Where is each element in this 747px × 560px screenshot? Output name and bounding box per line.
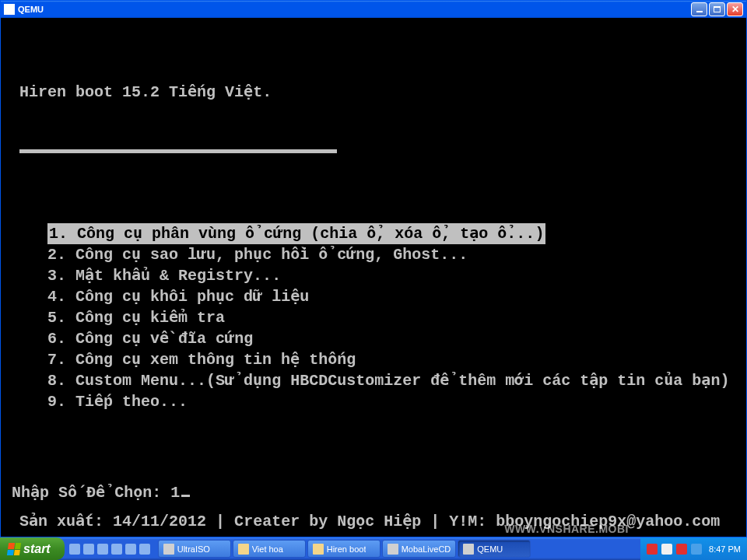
folder-icon (313, 544, 324, 555)
minimize-icon (696, 11, 703, 12)
start-button[interactable]: start (0, 537, 65, 560)
menu-item-8[interactable]: 8. Custom Menu...(Sử dụng HBCDCustomizer… (47, 370, 746, 391)
quick-launch-icon[interactable] (97, 544, 108, 555)
menu-item-7[interactable]: 7. Công cụ xem thông tin hệ thống (47, 349, 746, 370)
menu-item-6[interactable]: 6. Công cụ về đĩa cứng (47, 328, 746, 349)
taskbar-task[interactable]: Hiren boot (307, 540, 381, 558)
tray-icon[interactable] (647, 544, 658, 555)
quick-launch-icon[interactable] (139, 544, 150, 555)
menu-item-9[interactable]: 9. Tiếp theo... (47, 391, 746, 412)
start-label: start (23, 542, 51, 556)
task-label: QEMU (477, 544, 503, 554)
prompt-value: 1 (170, 484, 180, 502)
taskbar-tasks: UltraISOViet hoaHiren bootMobaLiveCDQEMU (155, 537, 640, 560)
task-label: MobaLiveCD (402, 544, 451, 554)
taskbar-task[interactable]: Viet hoa (233, 540, 306, 558)
folder-icon (238, 544, 249, 555)
qemu-window: QEMU ✕ Hiren boot 15.2 Tiếng Việt. 1. Cô… (0, 0, 747, 537)
minimize-button[interactable] (691, 2, 707, 16)
quick-launch-icon[interactable] (125, 544, 136, 555)
quick-launch-icon[interactable] (111, 544, 122, 555)
clock[interactable]: 8:47 PM (709, 544, 741, 554)
menu-item-3[interactable]: 3. Mật khẩu & Registry... (47, 265, 746, 286)
windows-logo-icon (7, 543, 21, 555)
titlebar[interactable]: QEMU ✕ (1, 1, 746, 18)
quick-launch-icon[interactable] (83, 544, 94, 555)
boot-footer: Sản xuất: 14/11/2012 | Creater by Ngọc H… (19, 511, 720, 532)
prompt-label: Nhập Số Để Chọn: (12, 484, 170, 502)
close-icon: ✕ (731, 5, 739, 14)
task-label: Hiren boot (327, 544, 366, 554)
title-underline (19, 149, 337, 153)
task-label: UltraISO (177, 544, 210, 554)
maximize-button[interactable] (709, 2, 725, 16)
menu-item-4[interactable]: 4. Công cụ khôi phục dữ liệu (47, 286, 746, 307)
taskbar-task[interactable]: MobaLiveCD (382, 540, 457, 558)
task-label: Viet hoa (252, 544, 283, 554)
menu-item-1[interactable]: 1. Công cụ phân vùng ổ cứng (chia ổ, xóa… (47, 223, 545, 244)
input-prompt: Nhập Số Để Chọn: 1 (1, 482, 746, 503)
boot-menu: 1. Công cụ phân vùng ổ cứng (chia ổ, xóa… (1, 223, 746, 412)
app-icon (388, 544, 398, 555)
app-icon (163, 544, 174, 555)
taskbar-task[interactable]: QEMU (458, 540, 531, 558)
menu-item-2[interactable]: 2. Công cụ sao lưu, phục hồi ổ cứng, Gho… (47, 244, 746, 265)
taskbar: start UltraISOViet hoaHiren bootMobaLive… (0, 537, 747, 560)
maximize-icon (714, 6, 721, 12)
app-icon (463, 544, 474, 555)
taskbar-task[interactable]: UltraISO (158, 540, 231, 558)
tray-icon[interactable] (676, 544, 687, 555)
boot-title: Hiren boot 15.2 Tiếng Việt. (1, 82, 746, 103)
tray-icon[interactable] (661, 544, 672, 555)
window-controls: ✕ (691, 2, 743, 16)
system-tray: 8:47 PM (640, 537, 747, 560)
quick-launch (65, 537, 155, 560)
text-cursor (181, 495, 190, 497)
app-icon (4, 4, 15, 15)
menu-item-5[interactable]: 5. Công cụ kiểm tra (47, 307, 746, 328)
quick-launch-icon[interactable] (69, 544, 80, 555)
window-title: QEMU (18, 5, 691, 14)
tray-icon[interactable] (691, 544, 702, 555)
close-button[interactable]: ✕ (727, 2, 743, 16)
console-screen[interactable]: Hiren boot 15.2 Tiếng Việt. 1. Công cụ p… (1, 18, 746, 537)
